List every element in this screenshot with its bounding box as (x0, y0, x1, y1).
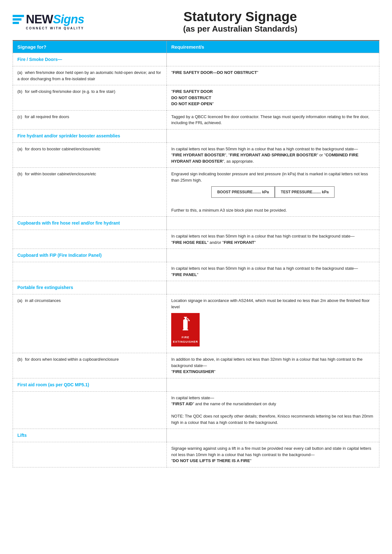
svg-rect-3 (183, 319, 188, 329)
signage-for-cell (13, 230, 167, 249)
table-row: In capital letters state—"FIRST AID" and… (13, 391, 379, 429)
section-header-req (167, 281, 379, 294)
section-header-req (167, 249, 379, 262)
table-row: (a)for doors to booster cabinet/enclosur… (13, 142, 379, 168)
requirement-text-after: Further to this, a minimum A3 size block… (171, 208, 287, 213)
signage-for-cell (13, 262, 167, 281)
col2-header: Requirement/s (167, 41, 379, 53)
signage-for-cell: (b)for doors when located within a cupbo… (13, 353, 167, 378)
signage-for-cell: (a)for doors to booster cabinet/enclosur… (13, 142, 167, 168)
table-row: Fire hydrant and/or sprinkler booster as… (13, 129, 379, 142)
table-row: (a)when fire/smoke door held open by an … (13, 66, 379, 85)
section-header-label: Fire / Smoke Doors— (13, 53, 167, 66)
row-prefix: (b) (17, 172, 22, 176)
table-row: In capital letters not less than 50mm hi… (13, 230, 379, 249)
table-row: Cupboard with FIP (Fire Indicator Panel) (13, 249, 379, 262)
header: NEW Signs CONNECT WITH QUALITY Statutory… (13, 9, 379, 34)
logo-main: NEW Signs (13, 13, 84, 25)
row-prefix: (c) (17, 114, 22, 119)
row-prefix: (a) (17, 70, 22, 75)
table-row: Signage warning against using a lift in … (13, 442, 379, 467)
table-row: Fire / Smoke Doors— (13, 53, 379, 66)
fire-extinguisher-icon (179, 316, 191, 334)
section-header-req (167, 378, 379, 391)
section-header-label: First aid room (as per QDC MP5.1) (13, 378, 167, 391)
fire-extinguisher-sign: FIRE EXTINGUISHER (171, 313, 200, 346)
requirement-cell: In capital letters not less than 50mm hi… (167, 142, 379, 168)
requirement-text-before: Location signage in accordance with AS24… (171, 298, 370, 309)
svg-rect-5 (183, 329, 188, 330)
requirement-cell: "FIRE SAFETY DOORDO NOT OBSTRUCTDO NOT K… (167, 85, 379, 111)
table-row: (b)for self-closing fire/smoke door (e.g… (13, 85, 379, 111)
test-pressure-cell: TEST PRESSURE........ kPa (275, 186, 335, 198)
logo-line-1 (13, 15, 24, 17)
requirement-cell: Engraved sign indicating booster pressur… (167, 168, 379, 217)
table-row: (c)for all required fire doorsTagged by … (13, 110, 379, 129)
logo-line-3 (13, 22, 19, 24)
fire-extinguisher-label: FIRE EXTINGUISHER (173, 335, 198, 344)
signage-for-cell: (b)for self-closing fire/smoke door (e.g… (13, 85, 167, 111)
section-header-label: Cupboard with FIP (Fire Indicator Panel) (13, 249, 167, 262)
section-header-label: Lifts (13, 429, 167, 442)
requirement-cell: Location signage in accordance with AS24… (167, 294, 379, 353)
section-header-req (167, 429, 379, 442)
requirement-cell: In addition to the above, in capital let… (167, 353, 379, 378)
requirement-cell: In capital letters not less than 50mm hi… (167, 262, 379, 281)
page-title: Statutory Signage (101, 9, 379, 24)
table-row: First aid room (as per QDC MP5.1) (13, 378, 379, 391)
section-header-label: Portable fire extinguishers (13, 281, 167, 294)
logo-line-2 (13, 18, 21, 21)
logo-text-signs: Signs (53, 13, 84, 25)
boost-pressure-box: BOOST PRESSURE........ kPaTEST PRESSURE.… (171, 186, 375, 198)
logo-text-new: NEW (26, 13, 53, 25)
section-header-label: Fire hydrant and/or sprinkler booster as… (13, 129, 167, 142)
row-prefix: (b) (17, 89, 22, 94)
svg-rect-2 (188, 320, 190, 321)
table-wrapper: Signage for? Requirement/s Fire / Smoke … (13, 41, 379, 467)
signage-for-cell: (a)in all circumstances (13, 294, 167, 353)
svg-rect-0 (184, 317, 187, 318)
signage-for-cell (13, 391, 167, 429)
signage-for-cell: (c)for all required fire doors (13, 110, 167, 129)
table-header-row: Signage for? Requirement/s (13, 41, 379, 53)
section-header-label: Cupboards with fire hose reel and/or fir… (13, 217, 167, 230)
page-subtitle: (as per Australian Standards) (101, 24, 379, 34)
row-prefix: (a) (17, 298, 22, 303)
logo-area: NEW Signs CONNECT WITH QUALITY (13, 13, 101, 30)
signage-for-cell: (b)for within booster cabinet/enclosure/… (13, 168, 167, 217)
signage-for-cell: (a)when fire/smoke door held open by an … (13, 66, 167, 85)
table-row: (b)for within booster cabinet/enclosure/… (13, 168, 379, 217)
table-row: (b)for doors when located within a cupbo… (13, 353, 379, 378)
svg-rect-1 (185, 318, 186, 319)
requirement-text-before: Engraved sign indicating booster pressur… (171, 172, 368, 183)
requirement-cell: In capital letters not less than 50mm hi… (167, 230, 379, 249)
row-prefix: (a) (17, 147, 22, 151)
main-table: Signage for? Requirement/s Fire / Smoke … (13, 41, 379, 467)
col1-header: Signage for? (13, 41, 167, 53)
table-row: Lifts (13, 429, 379, 442)
table-row: Portable fire extinguishers (13, 281, 379, 294)
table-row: (a)in all circumstancesLocation signage … (13, 294, 379, 353)
page-wrapper: NEW Signs CONNECT WITH QUALITY Statutory… (0, 0, 392, 480)
logo-lines (13, 15, 24, 24)
title-area: Statutory Signage (as per Australian Sta… (101, 9, 379, 34)
table-row: Cupboards with fire hose reel and/or fir… (13, 217, 379, 230)
signage-for-cell (13, 442, 167, 467)
requirement-cell: In capital letters state—"FIRST AID" and… (167, 391, 379, 429)
section-header-req (167, 53, 379, 66)
requirement-cell: Signage warning against using a lift in … (167, 442, 379, 467)
section-header-req (167, 129, 379, 142)
row-prefix: (b) (17, 357, 22, 362)
boost-pressure-cell: BOOST PRESSURE........ kPa (211, 186, 275, 198)
requirement-cell: "FIRE SAFETY DOOR—DO NOT OBSTRUCT" (167, 66, 379, 85)
logo-subtitle: CONNECT WITH QUALITY (26, 27, 84, 30)
requirement-cell: Tagged by a QBCC licenced fire door cont… (167, 110, 379, 129)
table-row: In capital letters not less than 50mm hi… (13, 262, 379, 281)
section-header-req (167, 217, 379, 230)
